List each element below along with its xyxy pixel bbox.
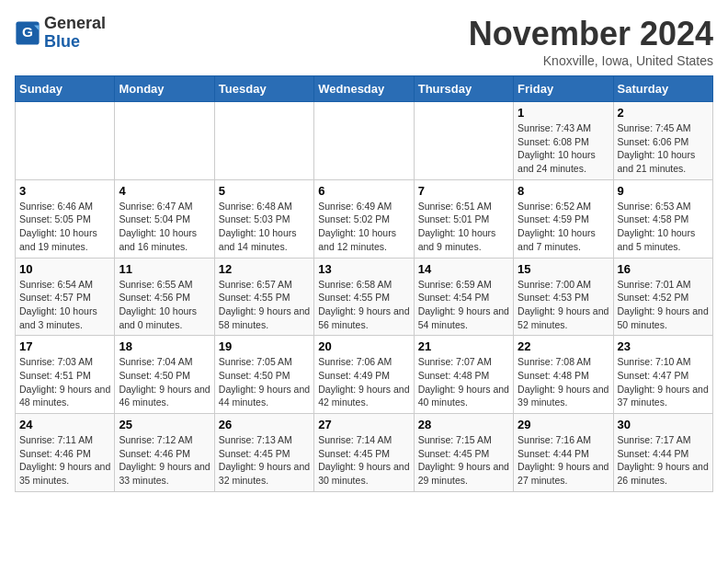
- day-number: 30: [618, 418, 709, 431]
- day-number: 19: [219, 339, 310, 353]
- day-cell: 11Sunrise: 6:55 AM Sunset: 4:56 PM Dayli…: [115, 258, 214, 336]
- title-area: November 2024 Knoxville, Iowa, United St…: [469, 15, 713, 68]
- day-cell: 14Sunrise: 6:59 AM Sunset: 4:54 PM Dayli…: [414, 258, 513, 336]
- day-number: 28: [418, 418, 509, 431]
- day-info: Sunrise: 7:17 AM Sunset: 4:44 PM Dayligh…: [618, 433, 709, 488]
- logo-icon: G: [15, 20, 40, 46]
- day-header-wednesday: Wednesday: [314, 76, 414, 102]
- day-cell: 26Sunrise: 7:13 AM Sunset: 4:45 PM Dayli…: [214, 414, 313, 492]
- day-info: Sunrise: 7:12 AM Sunset: 4:46 PM Dayligh…: [119, 433, 210, 488]
- day-cell: 30Sunrise: 7:17 AM Sunset: 4:44 PM Dayli…: [613, 414, 712, 492]
- day-info: Sunrise: 6:55 AM Sunset: 4:56 PM Dayligh…: [119, 278, 210, 332]
- week-row-4: 17Sunrise: 7:03 AM Sunset: 4:51 PM Dayli…: [16, 336, 713, 414]
- day-cell: 24Sunrise: 7:11 AM Sunset: 4:46 PM Dayli…: [16, 414, 115, 492]
- week-row-3: 10Sunrise: 6:54 AM Sunset: 4:57 PM Dayli…: [16, 258, 713, 336]
- day-cell: [115, 102, 214, 180]
- day-number: 5: [219, 184, 310, 198]
- day-cell: 18Sunrise: 7:04 AM Sunset: 4:50 PM Dayli…: [115, 336, 214, 414]
- day-number: 26: [219, 418, 310, 431]
- day-number: 23: [618, 339, 709, 353]
- day-info: Sunrise: 6:47 AM Sunset: 5:04 PM Dayligh…: [119, 200, 210, 254]
- day-cell: 3Sunrise: 6:46 AM Sunset: 5:05 PM Daylig…: [16, 179, 115, 258]
- month-title: November 2024: [469, 15, 713, 53]
- week-row-1: 1Sunrise: 7:43 AM Sunset: 6:08 PM Daylig…: [16, 102, 713, 180]
- day-cell: 20Sunrise: 7:06 AM Sunset: 4:49 PM Dayli…: [314, 336, 414, 414]
- day-cell: 22Sunrise: 7:08 AM Sunset: 4:48 PM Dayli…: [514, 336, 613, 414]
- day-cell: 4Sunrise: 6:47 AM Sunset: 5:04 PM Daylig…: [115, 179, 214, 258]
- day-cell: 13Sunrise: 6:58 AM Sunset: 4:55 PM Dayli…: [314, 258, 414, 336]
- day-info: Sunrise: 7:05 AM Sunset: 4:50 PM Dayligh…: [219, 355, 310, 409]
- day-number: 1: [518, 106, 609, 120]
- day-number: 6: [318, 184, 409, 198]
- day-info: Sunrise: 7:43 AM Sunset: 6:08 PM Dayligh…: [518, 121, 609, 176]
- day-cell: 12Sunrise: 6:57 AM Sunset: 4:55 PM Dayli…: [214, 258, 313, 336]
- day-cell: [314, 102, 414, 180]
- day-info: Sunrise: 7:08 AM Sunset: 4:48 PM Dayligh…: [518, 355, 609, 409]
- day-header-friday: Friday: [514, 76, 613, 102]
- day-info: Sunrise: 6:51 AM Sunset: 5:01 PM Dayligh…: [418, 200, 509, 254]
- day-number: 20: [318, 339, 409, 353]
- day-info: Sunrise: 7:01 AM Sunset: 4:52 PM Dayligh…: [618, 278, 709, 332]
- day-number: 10: [19, 262, 110, 276]
- day-info: Sunrise: 6:53 AM Sunset: 4:58 PM Dayligh…: [618, 200, 709, 254]
- day-header-monday: Monday: [115, 76, 214, 102]
- day-cell: 8Sunrise: 6:52 AM Sunset: 4:59 PM Daylig…: [514, 179, 613, 258]
- day-number: 3: [19, 184, 110, 198]
- logo: G General Blue: [15, 15, 106, 52]
- day-info: Sunrise: 6:46 AM Sunset: 5:05 PM Dayligh…: [19, 200, 110, 254]
- calendar-table: SundayMondayTuesdayWednesdayThursdayFrid…: [15, 75, 713, 492]
- day-info: Sunrise: 6:52 AM Sunset: 4:59 PM Dayligh…: [518, 200, 609, 254]
- day-number: 25: [119, 418, 210, 431]
- day-number: 13: [318, 262, 409, 276]
- day-info: Sunrise: 7:06 AM Sunset: 4:49 PM Dayligh…: [318, 355, 409, 409]
- day-number: 16: [618, 262, 709, 276]
- day-info: Sunrise: 7:11 AM Sunset: 4:46 PM Dayligh…: [19, 433, 110, 488]
- day-number: 15: [518, 262, 609, 276]
- day-cell: 9Sunrise: 6:53 AM Sunset: 4:58 PM Daylig…: [613, 179, 712, 258]
- day-info: Sunrise: 7:00 AM Sunset: 4:53 PM Dayligh…: [518, 278, 609, 332]
- day-info: Sunrise: 6:59 AM Sunset: 4:54 PM Dayligh…: [418, 278, 509, 332]
- week-row-5: 24Sunrise: 7:11 AM Sunset: 4:46 PM Dayli…: [16, 414, 713, 492]
- day-cell: 23Sunrise: 7:10 AM Sunset: 4:47 PM Dayli…: [613, 336, 712, 414]
- day-cell: 19Sunrise: 7:05 AM Sunset: 4:50 PM Dayli…: [214, 336, 313, 414]
- day-number: 18: [119, 339, 210, 353]
- day-cell: 29Sunrise: 7:16 AM Sunset: 4:44 PM Dayli…: [514, 414, 613, 492]
- day-cell: 17Sunrise: 7:03 AM Sunset: 4:51 PM Dayli…: [16, 336, 115, 414]
- day-cell: 1Sunrise: 7:43 AM Sunset: 6:08 PM Daylig…: [514, 102, 613, 180]
- logo-text: General Blue: [44, 15, 106, 52]
- day-number: 27: [318, 418, 409, 431]
- week-row-2: 3Sunrise: 6:46 AM Sunset: 5:05 PM Daylig…: [16, 179, 713, 258]
- day-info: Sunrise: 7:45 AM Sunset: 6:06 PM Dayligh…: [618, 121, 709, 176]
- day-cell: 28Sunrise: 7:15 AM Sunset: 4:45 PM Dayli…: [414, 414, 513, 492]
- day-info: Sunrise: 7:03 AM Sunset: 4:51 PM Dayligh…: [19, 355, 110, 409]
- day-number: 12: [219, 262, 310, 276]
- day-cell: 15Sunrise: 7:00 AM Sunset: 4:53 PM Dayli…: [514, 258, 613, 336]
- day-cell: 27Sunrise: 7:14 AM Sunset: 4:45 PM Dayli…: [314, 414, 414, 492]
- day-number: 8: [518, 184, 609, 198]
- day-number: 24: [19, 418, 110, 431]
- day-info: Sunrise: 7:10 AM Sunset: 4:47 PM Dayligh…: [618, 355, 709, 409]
- location: Knoxville, Iowa, United States: [469, 53, 713, 68]
- day-info: Sunrise: 7:07 AM Sunset: 4:48 PM Dayligh…: [418, 355, 509, 409]
- day-header-saturday: Saturday: [613, 76, 712, 102]
- day-number: 22: [518, 339, 609, 353]
- day-info: Sunrise: 6:48 AM Sunset: 5:03 PM Dayligh…: [219, 200, 310, 254]
- day-number: 21: [418, 339, 509, 353]
- day-number: 14: [418, 262, 509, 276]
- day-cell: 10Sunrise: 6:54 AM Sunset: 4:57 PM Dayli…: [16, 258, 115, 336]
- day-cell: 7Sunrise: 6:51 AM Sunset: 5:01 PM Daylig…: [414, 179, 513, 258]
- day-info: Sunrise: 6:54 AM Sunset: 4:57 PM Dayligh…: [19, 278, 110, 332]
- day-cell: [214, 102, 313, 180]
- day-number: 7: [418, 184, 509, 198]
- day-cell: 6Sunrise: 6:49 AM Sunset: 5:02 PM Daylig…: [314, 179, 414, 258]
- day-info: Sunrise: 6:49 AM Sunset: 5:02 PM Dayligh…: [318, 200, 409, 254]
- day-cell: 16Sunrise: 7:01 AM Sunset: 4:52 PM Dayli…: [613, 258, 712, 336]
- day-info: Sunrise: 7:15 AM Sunset: 4:45 PM Dayligh…: [418, 433, 509, 488]
- day-number: 17: [19, 339, 110, 353]
- day-cell: 2Sunrise: 7:45 AM Sunset: 6:06 PM Daylig…: [613, 102, 712, 180]
- day-info: Sunrise: 7:14 AM Sunset: 4:45 PM Dayligh…: [318, 433, 409, 488]
- day-info: Sunrise: 6:58 AM Sunset: 4:55 PM Dayligh…: [318, 278, 409, 332]
- day-info: Sunrise: 7:16 AM Sunset: 4:44 PM Dayligh…: [518, 433, 609, 488]
- header-row: SundayMondayTuesdayWednesdayThursdayFrid…: [16, 76, 713, 102]
- day-number: 4: [119, 184, 210, 198]
